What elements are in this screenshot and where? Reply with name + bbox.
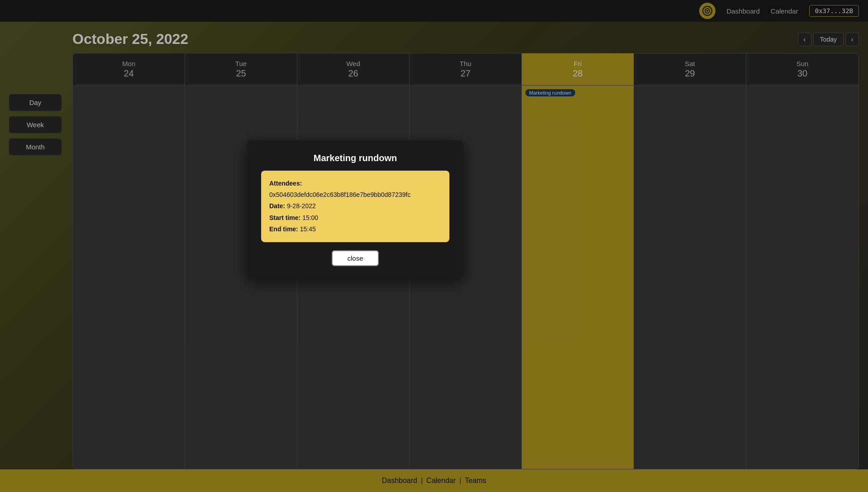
modal-overlay: Marketing rundown Attendees: 0x504603def…: [0, 0, 868, 492]
modal-details: Attendees: 0x504603defdc06e2c63b8f186e7b…: [261, 171, 449, 242]
modal-close-button[interactable]: close: [332, 250, 378, 266]
attendees-label: Attendees:: [269, 180, 302, 187]
modal-attendees-row: Attendees: 0x504603defdc06e2c63b8f186e7b…: [269, 178, 441, 201]
end-label: End time:: [269, 225, 298, 233]
start-value: 15:00: [302, 214, 318, 221]
event-modal: Marketing rundown Attendees: 0x504603def…: [247, 140, 464, 279]
modal-title: Marketing rundown: [261, 153, 449, 163]
date-value: 9-28-2022: [287, 202, 316, 210]
modal-date-row: Date: 9-28-2022: [269, 201, 441, 212]
date-label: Date:: [269, 202, 285, 210]
end-value: 15:45: [300, 225, 316, 233]
modal-end-row: End time: 15:45: [269, 224, 441, 235]
modal-start-row: Start time: 15:00: [269, 212, 441, 224]
start-label: Start time:: [269, 214, 300, 221]
attendees-value: 0x504603defdc06e2c63b8f186e7be9bb0d87239…: [269, 191, 410, 198]
